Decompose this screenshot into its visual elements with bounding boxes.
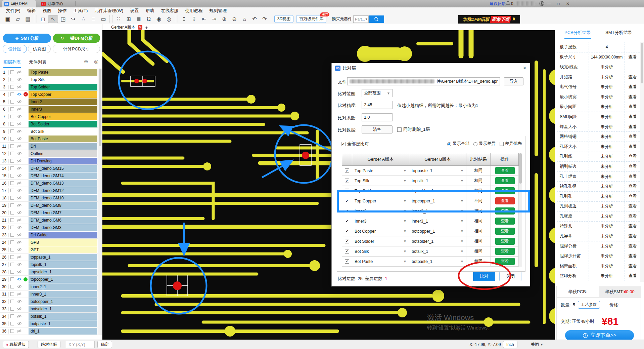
layer-name[interactable]: Drl	[29, 143, 97, 150]
eye-hidden-icon[interactable]	[16, 218, 22, 222]
tab-close-icon[interactable]: ✕	[138, 25, 142, 30]
compare-button[interactable]: 比对	[473, 272, 495, 281]
view-diff-button[interactable]: 查看	[495, 258, 515, 265]
all-layers-checkbox[interactable]: ✔ 全部层比对	[341, 141, 369, 147]
gerber-a-select[interactable]: Top Silk▼	[352, 176, 409, 186]
eye-visible-icon[interactable]	[16, 92, 22, 96]
layer-name[interactable]: Outline	[29, 150, 97, 157]
analysis-view-link[interactable]: 查看	[625, 154, 640, 159]
layer-name[interactable]: Drl Guide	[29, 232, 97, 238]
tab-design-view[interactable]: 设计图	[3, 45, 27, 53]
view-diff-button[interactable]: 查看	[495, 177, 515, 184]
find-component-icon[interactable]: ◎	[164, 15, 174, 23]
eye-hidden-icon[interactable]	[16, 203, 22, 207]
layer-row[interactable]: 11Drl	[0, 143, 98, 150]
layer-row[interactable]: 28topsolder_1	[0, 268, 98, 276]
layer-row[interactable]: 13Drl Drawing	[0, 157, 98, 165]
layer-checkbox[interactable]	[10, 181, 14, 185]
save-icon[interactable]: ▣	[3, 15, 13, 23]
layer-checkbox[interactable]	[10, 233, 14, 237]
analysis-view-link[interactable]: 查看	[625, 223, 640, 229]
layer-row[interactable]: 18DFM_demo.GM10	[0, 194, 98, 202]
gerber-a-select[interactable]: Top Paste▼	[352, 166, 409, 176]
layer-checkbox[interactable]	[10, 144, 14, 148]
eye-hidden-icon[interactable]	[16, 255, 22, 259]
layer-name[interactable]: DFM_demo.GM3	[29, 224, 97, 231]
layer-checkbox[interactable]	[10, 270, 14, 274]
gerber-b-select[interactable]: topsilk_1▼	[409, 176, 466, 186]
layer-checkbox[interactable]	[10, 314, 14, 318]
close-window-button[interactable]: ✕	[563, 0, 572, 7]
layer-checkbox[interactable]	[10, 166, 14, 170]
menu-item-6[interactable]: 设置	[127, 8, 142, 14]
zoom-in-icon[interactable]: ⊕	[219, 15, 229, 23]
coefficient-input[interactable]: 1.0	[362, 113, 393, 121]
fit-home-icon[interactable]: ⌂	[239, 15, 249, 23]
redo-icon[interactable]: ↷	[260, 15, 270, 23]
layer-checkbox[interactable]	[10, 107, 14, 111]
coordinate-input[interactable]: X Y (X,Y)	[66, 341, 95, 348]
align-bottom-icon[interactable]: ↧	[189, 15, 199, 23]
eye-hidden-icon[interactable]	[16, 152, 22, 155]
eye-hidden-icon[interactable]	[16, 122, 22, 126]
layer-row[interactable]: 8Bot Solder	[0, 120, 98, 128]
view-diff-button[interactable]: 查看	[495, 207, 515, 215]
layer-row[interactable]: 12Outline	[0, 150, 98, 157]
layer-list-scrollbar[interactable]	[98, 69, 102, 335]
analysis-view-link[interactable]: 查看	[625, 273, 640, 279]
eye-hidden-icon[interactable]	[16, 107, 22, 111]
view-diff-button[interactable]: 查看	[495, 228, 515, 235]
eye-hidden-icon[interactable]	[16, 137, 22, 141]
display-option-2[interactable]: 差异优先	[500, 141, 522, 147]
layer-checkbox[interactable]	[10, 329, 14, 333]
shift-right-icon[interactable]: ⇥	[209, 15, 219, 23]
layer-name[interactable]: Bot Copper	[29, 113, 97, 120]
layer-name[interactable]: botcopper_1	[29, 298, 97, 305]
measure-ruler-icon[interactable]: ▭	[98, 15, 108, 23]
layer-name[interactable]: DFM_demo.GM13	[29, 180, 97, 187]
layer-name[interactable]: DFM_demo.GM14	[29, 172, 97, 179]
analysis-view-link[interactable]: 查看	[625, 54, 640, 60]
layer-row[interactable]: 17DFM_demo.GM12	[0, 187, 98, 194]
analysis-view-link[interactable]: 查看	[625, 144, 640, 150]
eye-hidden-icon[interactable]	[16, 285, 22, 288]
eye-hidden-icon[interactable]	[16, 100, 22, 104]
layer-name[interactable]: Inner2	[29, 99, 97, 105]
layer-row[interactable]: 22DFM_demo.GM3	[0, 224, 98, 231]
layer-row[interactable]: 31inner3_1	[0, 290, 98, 298]
compare-row[interactable]: ✔Inner3▼inner3_1▼相同查看	[342, 216, 519, 226]
gerber-a-select[interactable]: Inner2▼	[352, 206, 409, 216]
compare-row[interactable]: ✔Top Silk▼topsilk_1▼相同查看	[342, 176, 519, 186]
compare-row[interactable]: ✔Bot Copper▼botcopper_1▼相同查看	[342, 226, 519, 236]
eye-hidden-icon[interactable]	[16, 144, 22, 148]
eye-hidden-icon[interactable]	[16, 181, 22, 185]
layer-row[interactable]: 7Bot Copper	[0, 113, 98, 120]
analysis-view-link[interactable]: 查看	[625, 174, 640, 180]
gerber-a-select[interactable]: Bot Silk▼	[352, 246, 409, 256]
gerber-b-select[interactable]: topcopper_1▼	[409, 196, 466, 206]
eye-hidden-icon[interactable]	[16, 78, 22, 81]
layer-name[interactable]: GPB	[29, 239, 97, 246]
layer-row[interactable]: 2Top Silk	[0, 76, 98, 83]
layer-checkbox[interactable]	[10, 322, 14, 325]
shift-left-icon[interactable]: ⇤	[199, 15, 209, 23]
analysis-view-link[interactable]: 查看	[625, 124, 640, 130]
compare-row[interactable]: ✔Top Paste▼toppaste_1▼相同查看	[342, 166, 519, 176]
view-diff-button[interactable]: 查看	[495, 238, 515, 245]
layer-checkbox[interactable]	[10, 78, 14, 81]
tab-layer-list[interactable]: 图层列表	[3, 59, 21, 68]
file-path-input[interactable]: 件\Gerber B版本\DFM_demo.apr	[347, 77, 500, 85]
absolute-coord-button[interactable]: 绝对坐标	[38, 341, 60, 348]
dialog-close-icon[interactable]: ✕	[523, 66, 526, 71]
tab-component-list[interactable]: 元件列表	[29, 59, 46, 65]
layer-row[interactable]: 32botcopper_1	[0, 298, 98, 305]
layer-name[interactable]: DFM_demo.GM8	[29, 202, 97, 209]
dialog-close-button[interactable]: 关闭	[499, 272, 521, 281]
menu-item-4[interactable]: 工具(T)	[70, 8, 91, 14]
analysis-view-link[interactable]: 查看	[625, 94, 640, 100]
layer-checkbox[interactable]	[10, 211, 14, 215]
analysis-view-link[interactable]: 查看	[625, 253, 640, 259]
analysis-view-link[interactable]: 查看	[625, 243, 640, 249]
layer-name[interactable]: topsilk_1	[29, 261, 97, 268]
gerber-b-select[interactable]: botcopper_1▼	[409, 226, 466, 236]
